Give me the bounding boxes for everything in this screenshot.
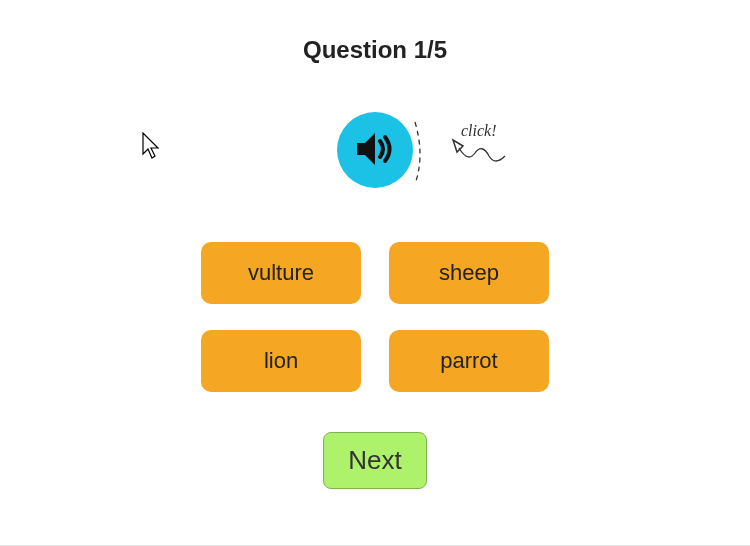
- option-3-button[interactable]: lion: [201, 330, 361, 392]
- next-button[interactable]: Next: [323, 432, 426, 489]
- click-hint-text: click!: [461, 122, 497, 139]
- answer-options: vulture sheep lion parrot: [201, 242, 549, 392]
- click-here-annotation: click!: [413, 118, 523, 194]
- svg-marker-0: [357, 133, 375, 165]
- play-audio-button[interactable]: [337, 112, 413, 188]
- question-title: Question 1/5: [303, 36, 447, 64]
- option-2-button[interactable]: sheep: [389, 242, 549, 304]
- option-4-button[interactable]: parrot: [389, 330, 549, 392]
- option-1-button[interactable]: vulture: [201, 242, 361, 304]
- speaker-icon: [351, 125, 399, 176]
